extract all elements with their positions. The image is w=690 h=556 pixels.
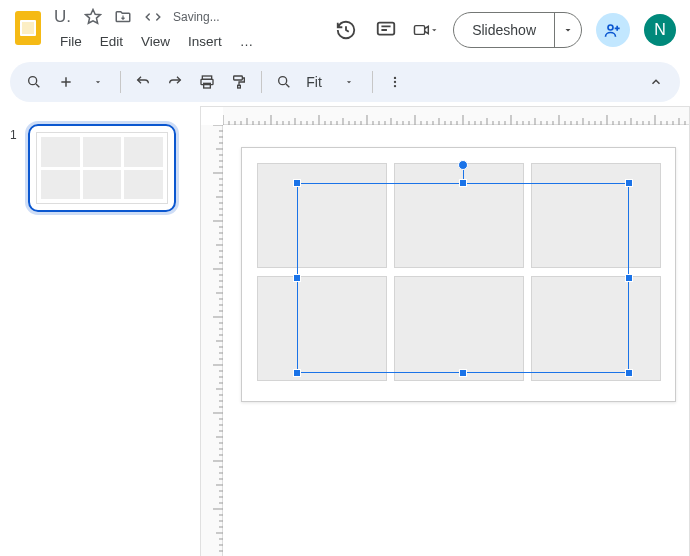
zoom-label: Fit <box>306 74 322 90</box>
undo-icon[interactable] <box>129 68 157 96</box>
zoom-icon[interactable] <box>270 68 298 96</box>
zoom-level[interactable]: Fit <box>302 68 330 96</box>
slides-logo[interactable] <box>10 8 46 48</box>
slide-number: 1 <box>10 124 20 542</box>
slide-panel: 1 <box>0 106 200 556</box>
slideshow-button[interactable]: Slideshow <box>454 13 555 47</box>
collapse-toolbar-icon[interactable] <box>642 68 670 96</box>
zoom-dropdown[interactable] <box>334 68 364 96</box>
table-cell[interactable] <box>531 276 661 381</box>
separator <box>261 71 262 93</box>
star-icon[interactable] <box>83 7 103 27</box>
saving-status: Saving... <box>173 10 220 24</box>
table-cell[interactable] <box>394 163 524 268</box>
cloud-status-icon[interactable] <box>143 7 163 27</box>
svg-point-6 <box>29 77 37 85</box>
menu-bar: File Edit View Insert … <box>52 30 333 53</box>
comment-icon[interactable] <box>373 17 399 43</box>
slide-thumbnail-1[interactable] <box>28 124 176 212</box>
menu-edit[interactable]: Edit <box>92 30 131 53</box>
canvas-area[interactable] <box>200 106 690 556</box>
menu-file[interactable]: File <box>52 30 90 53</box>
table-cell[interactable] <box>257 276 387 381</box>
meet-icon[interactable] <box>413 17 439 43</box>
doc-title[interactable]: U. <box>52 7 73 27</box>
new-slide-button[interactable] <box>52 68 80 96</box>
table-cell[interactable] <box>531 163 661 268</box>
search-menus-icon[interactable] <box>20 68 48 96</box>
table-cell[interactable] <box>257 163 387 268</box>
svg-rect-2 <box>22 22 34 34</box>
menu-insert[interactable]: Insert <box>180 30 230 53</box>
redo-icon[interactable] <box>161 68 189 96</box>
move-to-folder-icon[interactable] <box>113 7 133 27</box>
menu-more[interactable]: … <box>232 30 262 53</box>
svg-point-5 <box>608 25 613 30</box>
paint-format-icon[interactable] <box>225 68 253 96</box>
new-slide-dropdown[interactable] <box>84 68 112 96</box>
separator <box>120 71 121 93</box>
horizontal-ruler <box>223 107 689 125</box>
history-icon[interactable] <box>333 17 359 43</box>
svg-rect-4 <box>415 26 425 35</box>
more-tools-icon[interactable] <box>381 68 409 96</box>
menu-view[interactable]: View <box>133 30 178 53</box>
slide-canvas[interactable] <box>241 147 676 402</box>
vertical-ruler <box>201 125 223 556</box>
slideshow-dropdown[interactable] <box>555 13 581 47</box>
svg-point-14 <box>394 81 396 83</box>
print-icon[interactable] <box>193 68 221 96</box>
slideshow-label: Slideshow <box>472 22 536 38</box>
separator <box>372 71 373 93</box>
toolbar: Fit <box>10 62 680 102</box>
slideshow-button-group: Slideshow <box>453 12 582 48</box>
svg-point-15 <box>394 85 396 87</box>
svg-point-13 <box>394 77 396 79</box>
avatar-initial: N <box>654 21 666 39</box>
share-button[interactable] <box>596 13 630 47</box>
svg-rect-3 <box>378 23 395 35</box>
svg-rect-10 <box>234 76 243 80</box>
table-cell[interactable] <box>394 276 524 381</box>
account-avatar[interactable]: N <box>644 14 676 46</box>
svg-point-12 <box>279 77 287 85</box>
svg-rect-11 <box>238 85 241 88</box>
